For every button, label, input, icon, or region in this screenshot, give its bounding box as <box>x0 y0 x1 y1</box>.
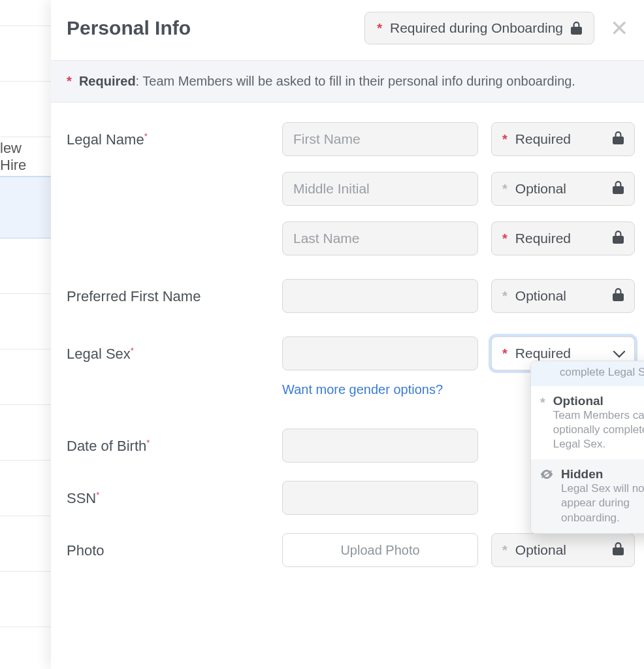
last-name-input[interactable] <box>282 221 478 255</box>
eye-off-icon <box>540 470 553 479</box>
last-name-status[interactable]: * Required <box>491 221 635 255</box>
preferred-first-name-input[interactable] <box>282 279 478 313</box>
asterisk-icon: * <box>502 231 507 246</box>
asterisk-icon: * <box>502 132 507 147</box>
asterisk-icon: * <box>502 289 507 304</box>
sidebar-row <box>0 294 54 350</box>
info-banner: * Required: Team Members will be asked t… <box>51 61 644 103</box>
first-name-status[interactable]: * Required <box>491 122 635 156</box>
middle-initial-input[interactable] <box>282 172 478 206</box>
preferred-first-status[interactable]: * Optional <box>491 279 635 313</box>
lock-icon <box>571 22 582 35</box>
legal-sex-input[interactable] <box>282 336 478 370</box>
lock-icon <box>613 131 624 144</box>
chevron-down-icon <box>613 351 625 358</box>
onboarding-status-chip[interactable]: * Required during Onboarding <box>364 12 594 44</box>
label-legal-name: Legal Name* <box>67 122 269 148</box>
row-legal-first-name: Legal Name* * Required <box>67 122 628 156</box>
sidebar-row <box>0 350 54 405</box>
modal-panel: Personal Info * Required during Onboardi… <box>51 0 644 669</box>
photo-status[interactable]: * Optional <box>491 533 635 567</box>
sidebar-row <box>0 238 54 294</box>
asterisk-icon: * <box>377 21 382 36</box>
label-dob: Date of Birth* <box>67 429 269 455</box>
upload-photo-button[interactable]: Upload Photo <box>282 533 478 567</box>
dob-input[interactable] <box>282 429 478 463</box>
sidebar-row <box>0 516 54 572</box>
chip-label: Required during Onboarding <box>390 20 563 36</box>
sidebar-row <box>0 572 54 627</box>
status-dropdown: complete Legal Sex. * Optional Team Memb… <box>530 361 644 534</box>
sidebar-row-new-hire[interactable]: lew Hire <box>0 137 54 176</box>
page-title: Personal Info <box>67 17 191 39</box>
first-name-input[interactable] <box>282 122 478 156</box>
row-last-name: * Required <box>67 221 628 255</box>
sidebar-row <box>0 26 54 82</box>
sidebar-row <box>0 461 54 516</box>
label-legal-sex: Legal Sex* <box>67 336 269 363</box>
lock-icon <box>613 181 624 194</box>
asterisk-icon: * <box>67 74 72 88</box>
asterisk-icon: * <box>540 395 545 410</box>
asterisk-icon: * <box>502 543 507 558</box>
lock-icon <box>613 231 624 244</box>
header-actions: * Required during Onboarding ✕ <box>364 12 628 44</box>
label-ssn: SSN* <box>67 481 269 507</box>
middle-initial-status[interactable]: * Optional <box>491 172 635 206</box>
lock-icon <box>613 288 624 301</box>
close-button[interactable]: ✕ <box>610 17 628 39</box>
dropdown-option-required-partial[interactable]: complete Legal Sex. <box>531 361 644 386</box>
row-photo: Photo Upload Photo * Optional <box>67 533 628 567</box>
ssn-input[interactable] <box>282 481 478 515</box>
row-preferred-first-name: Preferred First Name * Optional <box>67 279 628 313</box>
label-preferred-first: Preferred First Name <box>67 279 269 305</box>
sidebar-row-selected[interactable] <box>0 176 54 238</box>
lock-icon <box>613 542 624 555</box>
sidebar-row <box>0 405 54 461</box>
label-photo: Photo <box>67 533 269 559</box>
modal-header: Personal Info * Required during Onboardi… <box>51 0 644 61</box>
asterisk-icon: * <box>502 346 507 361</box>
dropdown-option-hidden[interactable]: Hidden Legal Sex will not appear during … <box>531 459 644 532</box>
more-gender-options-link[interactable]: Want more gender options? <box>282 382 478 397</box>
background-sidebar: lew Hire <box>0 0 54 669</box>
sidebar-row <box>0 0 54 26</box>
dropdown-option-optional[interactable]: * Optional Team Members can optionally c… <box>531 386 644 459</box>
row-middle-initial: * Optional <box>67 172 628 206</box>
asterisk-icon: * <box>502 182 507 197</box>
sidebar-row <box>0 82 54 137</box>
